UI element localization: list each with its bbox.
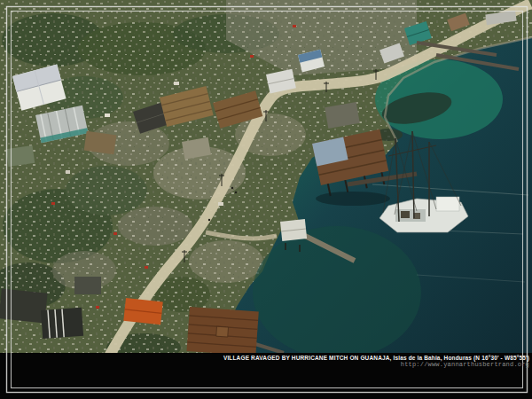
orange-roof-house (123, 298, 162, 325)
photo-credit-url: http://www.yannarthusbertrand.org (401, 361, 529, 368)
wallpaper-root: VILLAGE RAVAGED BY HURRICANE MITCH ON GU… (0, 0, 532, 399)
photo-caption: VILLAGE RAVAGED BY HURRICANE MITCH ON GU… (223, 355, 529, 361)
large-brown-roof-house (187, 307, 259, 356)
aerial-photo (0, 0, 532, 399)
